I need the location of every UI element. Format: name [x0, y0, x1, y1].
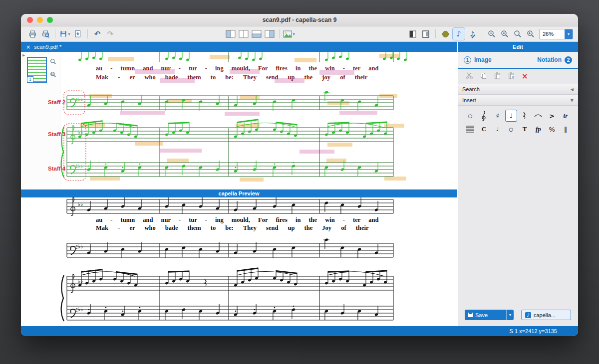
palette-forte-piano[interactable]: fp	[532, 123, 544, 135]
close-window-button[interactable]	[27, 17, 33, 23]
paste-special-button[interactable]	[508, 72, 515, 81]
palette-accent[interactable]: >	[546, 110, 558, 122]
view-preview-only-button[interactable]	[264, 28, 276, 40]
bordered-page-icon	[422, 30, 429, 38]
svg-text:♭♭: ♭♭	[78, 278, 83, 284]
palette-slur[interactable]	[532, 110, 544, 122]
palette-common-time[interactable]: C	[478, 123, 490, 135]
palette-repeat-percent[interactable]: %	[546, 123, 558, 135]
thumbnail-zoom-selection-button[interactable]	[50, 71, 56, 80]
page-border-button[interactable]	[420, 28, 432, 40]
insert-section-label: Insert	[462, 97, 476, 103]
panel-save-button[interactable]: Save ▾	[465, 310, 514, 320]
save-dropdown-icon[interactable]: ▾	[68, 32, 70, 36]
clipboard-paste-icon	[494, 72, 501, 79]
zoom-out-icon	[488, 30, 496, 38]
scan-score-canvas[interactable]: ♭♭♭♭♭♭	[60, 52, 457, 189]
search-section-header[interactable]: Search ◀	[458, 84, 578, 95]
palette-staff-lines[interactable]	[464, 123, 476, 135]
doc-tab-scan9[interactable]: × scan9.pdf *	[21, 44, 66, 50]
notation-mode-button[interactable]: ♪	[452, 27, 465, 40]
zoom-fit-button[interactable]	[525, 28, 537, 40]
zoom-in-icon	[501, 30, 509, 38]
staff-4-label: Staff 4	[48, 166, 65, 172]
tab-image[interactable]: 1 Image	[464, 56, 492, 64]
layout-right-pane-icon	[265, 30, 275, 38]
edit-panel: Edit 1 Image Notation 2	[457, 42, 578, 326]
zoom-in-button[interactable]	[499, 28, 511, 40]
minimize-window-button[interactable]	[37, 17, 43, 23]
panel-bottom-buttons: Save ▾ ♪ capella...	[465, 310, 571, 320]
paste-button[interactable]	[494, 72, 501, 81]
cut-button[interactable]	[466, 72, 473, 81]
view-split-vertical-button[interactable]	[238, 28, 250, 40]
notation-tab-label: Notation	[537, 56, 562, 63]
toolbar-separator	[482, 29, 482, 38]
toolbar-separator	[55, 29, 55, 38]
preview-lyrics-line-1: au - tumn and nur - tur - ing mould, For…	[96, 216, 378, 224]
desktop: scan9.pdf - capella-scan 9 ▾ ↶ ↷	[0, 0, 599, 364]
save-button[interactable]: ▾	[59, 28, 71, 40]
palette-treble-clef[interactable]	[478, 110, 490, 122]
staff-lines-icon	[466, 126, 474, 133]
status-bar: S 1 x=2412 y=3135	[21, 326, 578, 336]
toolbar-separator	[435, 29, 436, 38]
palette-whole-note[interactable]: ○	[464, 110, 476, 122]
printer-preview-icon	[41, 30, 50, 38]
save-button-dropdown-icon[interactable]: ▾	[506, 310, 514, 320]
zoom-level-select[interactable]: 26% ▾	[539, 29, 573, 39]
save-button-label: Save	[475, 312, 488, 318]
palette-double-barline[interactable]: ‖	[560, 123, 572, 135]
palette-quarter-note[interactable]: ♩	[505, 110, 517, 122]
palette-circle-small[interactable]: ○	[505, 123, 517, 135]
picture-dropdown-icon[interactable]: ▾	[293, 32, 295, 36]
treble-clef-icon	[481, 110, 486, 121]
insert-section-header[interactable]: Insert ▼	[458, 95, 578, 106]
view-split-horizontal-button[interactable]	[251, 28, 263, 40]
palette-text-tool[interactable]: T	[519, 123, 531, 135]
zoom-out-button[interactable]	[486, 28, 498, 40]
redo-button[interactable]: ↷	[104, 28, 116, 40]
quarter-rest-icon	[523, 112, 527, 120]
print-preview-button[interactable]	[39, 28, 51, 40]
collapse-left-icon: ◀	[571, 87, 574, 92]
print-button[interactable]	[26, 28, 38, 40]
capella-scan-window: scan9.pdf - capella-scan 9 ▾ ↶ ↷	[21, 14, 578, 336]
view-original-only-button[interactable]	[225, 28, 237, 40]
preview-view: ♭♭♭♭♭♭♭♭ au - tumn and nur - tur - ing m…	[21, 197, 457, 326]
palette-quarter-rest[interactable]	[519, 110, 531, 122]
zoom-lens-icon	[514, 30, 522, 38]
image-tab-label: Image	[474, 56, 492, 63]
staff-2-label: Staff 2	[48, 99, 65, 105]
picture-mode-button[interactable]: ▾	[283, 28, 295, 40]
note-edit-button[interactable]: ♪	[466, 28, 478, 40]
palette-trill[interactable]: tr	[560, 110, 572, 122]
expand-down-icon: ▼	[571, 98, 574, 103]
palette-note-small[interactable]: ♩	[492, 123, 504, 135]
undo-button[interactable]: ↶	[91, 28, 103, 40]
import-button[interactable]	[72, 28, 84, 40]
document-tabbar: × scan9.pdf *	[21, 42, 457, 52]
panel-collapse-icon[interactable]: ▶	[22, 53, 25, 57]
maximize-window-button[interactable]	[47, 17, 53, 23]
zoom-tool-button[interactable]	[512, 28, 524, 40]
scan-view: ▶ 1 ♭♭♭♭♭♭	[21, 52, 457, 189]
page-contrast-button[interactable]	[407, 28, 419, 40]
insert-palette: ○ ♯ ♩ > tr	[458, 106, 578, 137]
color-indicator-button[interactable]	[439, 28, 451, 40]
open-in-capella-button[interactable]: ♪ capella...	[521, 310, 571, 320]
capella-logo-icon: ♪	[525, 312, 531, 318]
import-page-icon	[74, 30, 82, 38]
copy-button[interactable]	[480, 72, 487, 81]
delete-button[interactable]: ×	[522, 73, 528, 80]
tab-close-icon[interactable]: ×	[26, 44, 30, 50]
zoom-fit-icon	[527, 30, 535, 38]
thumbnail-zoom-page-button[interactable]	[50, 58, 56, 67]
status-coordinates: S 1 x=2412 y=3135	[510, 328, 557, 334]
save-icon	[468, 313, 473, 317]
document-area: × scan9.pdf * ▶ 1	[21, 42, 457, 326]
capella-button-label: capella...	[534, 312, 556, 318]
tab-notation[interactable]: Notation 2	[537, 56, 572, 64]
toolbar-separator	[87, 29, 88, 38]
palette-sharp[interactable]: ♯	[492, 110, 504, 122]
